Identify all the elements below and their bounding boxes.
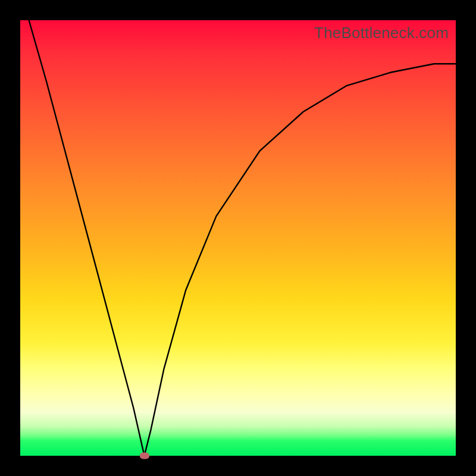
plot-area: TheBottleneck.com [20, 20, 456, 456]
bottleneck-curve [29, 20, 456, 456]
chart-frame: TheBottleneck.com [0, 0, 476, 476]
minimum-marker [140, 453, 149, 459]
curve-svg [20, 20, 456, 456]
